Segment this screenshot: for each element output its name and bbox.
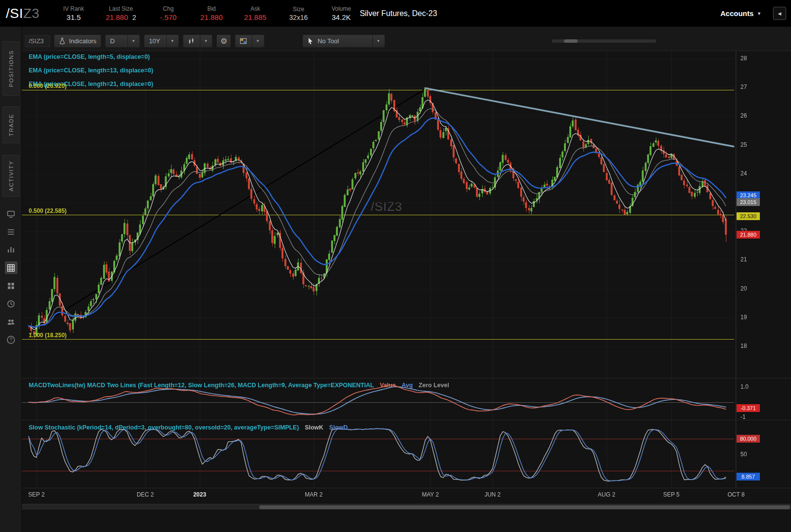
macd-study-label[interactable]: MACDTwoLines(tw) MACD Two Lines (Fast Le… bbox=[29, 382, 449, 389]
chart-settings-button[interactable]: ⚙ bbox=[216, 34, 231, 48]
stochastic-study-label[interactable]: Slow Stochastic (kPeriod=14, dPeriod=3, … bbox=[29, 424, 348, 431]
timeframe-dropdown[interactable]: D ▼ bbox=[105, 34, 140, 48]
chart-area: /SIZ3 EMA (price=CLOSE, length=5, displa… bbox=[22, 51, 791, 532]
collapse-panel-button[interactable]: ◀ bbox=[773, 7, 786, 20]
stat-last-size: Last Size 21.8802 bbox=[105, 5, 136, 21]
panel-divider bbox=[22, 420, 791, 420]
watchlist-icon[interactable] bbox=[5, 225, 18, 238]
price-tick-label: 26 bbox=[740, 112, 747, 119]
stoch-value-badge: 80.000 bbox=[737, 435, 760, 443]
chart-type-dropdown[interactable]: ▼ bbox=[183, 34, 212, 48]
flask-icon bbox=[59, 37, 66, 45]
bar-chart-icon[interactable] bbox=[5, 243, 18, 256]
indicators-button[interactable]: Indicators bbox=[54, 34, 101, 48]
stat-iv-rank: IV Rank 31.5 bbox=[63, 5, 84, 21]
charts-icon[interactable] bbox=[5, 261, 18, 274]
symbol-input[interactable]: /SIZ3 bbox=[25, 35, 50, 47]
chevron-down-icon: ▼ bbox=[252, 35, 260, 47]
price-badge: 21.880 bbox=[737, 231, 760, 239]
horizontal-scrollbar[interactable] bbox=[22, 504, 791, 510]
price-badge: 23.015 bbox=[737, 198, 760, 206]
price-tick-label: 27 bbox=[740, 84, 747, 90]
stat-ask: Ask 21.885 bbox=[244, 5, 266, 21]
time-axis-label: MAY 2 bbox=[422, 491, 439, 498]
study-label-ema13[interactable]: EMA (price=CLOSE, length=13, displace=0) bbox=[29, 67, 153, 74]
price-tick-label: 21 bbox=[740, 256, 747, 263]
chart-mini-scrollbar[interactable] bbox=[552, 39, 656, 43]
stoch-axis-label: 50 bbox=[740, 451, 747, 458]
time-axis-label: SEP 5 bbox=[663, 491, 680, 498]
gear-icon: ⚙ bbox=[220, 36, 227, 46]
time-axis: SEP 2DEC 22023MAR 2MAY 2JUN 2AUG 2SEP 5O… bbox=[22, 488, 791, 503]
chevron-down-icon: ▼ bbox=[127, 35, 135, 47]
time-axis-label: SEP 2 bbox=[28, 491, 45, 498]
price-tick-label: 19 bbox=[740, 314, 747, 321]
fib-level-label: 1.000 (18.250) bbox=[29, 332, 67, 339]
stoch-value-badge: 8.857 bbox=[737, 473, 760, 481]
sidebar-tab-trade[interactable]: TRADE bbox=[2, 106, 19, 143]
quote-header: /SIZ3 IV Rank 31.5 Last Size 21.8802 Chg… bbox=[0, 0, 791, 27]
time-axis-label: DEC 2 bbox=[137, 491, 154, 498]
chevron-left-icon: ◀ bbox=[778, 11, 781, 16]
time-axis-label: OCT 8 bbox=[728, 491, 745, 498]
sidebar-tab-positions[interactable]: POSITIONS bbox=[2, 41, 19, 96]
accounts-dropdown[interactable]: Accounts ▼ bbox=[721, 9, 761, 17]
macd-axis-label: -1 bbox=[740, 413, 746, 420]
price-axis-divider bbox=[736, 51, 736, 488]
sidebar-icon-rail: ? bbox=[0, 207, 22, 346]
layout-grid-icon bbox=[240, 37, 247, 45]
time-axis-label: MAR 2 bbox=[305, 491, 323, 498]
chevron-down-icon: ▼ bbox=[166, 35, 174, 47]
study-label-ema5[interactable]: EMA (price=CLOSE, length=5, displace=0) bbox=[29, 53, 150, 60]
price-tick-label: 25 bbox=[740, 141, 747, 148]
scrollbar-thumb[interactable] bbox=[259, 505, 790, 509]
left-sidebar: POSITIONS TRADE ACTIVITY bbox=[0, 27, 22, 532]
symbol-main: /SI bbox=[6, 6, 23, 21]
price-tick-label: 18 bbox=[740, 343, 747, 349]
symbol-suffix: Z3 bbox=[23, 6, 40, 21]
fib-level-label: 0.500 (22.585) bbox=[29, 207, 67, 214]
stat-chg: Chg -.570 bbox=[158, 5, 179, 21]
panel-divider bbox=[22, 378, 791, 378]
last-size-qty: 2 bbox=[132, 14, 136, 21]
fib-level-label: 0.000 (26.920) bbox=[29, 83, 67, 89]
last-price: 21.880 bbox=[105, 13, 128, 21]
time-axis-label: 2023 bbox=[193, 491, 206, 498]
candlestick-icon bbox=[188, 37, 195, 45]
price-tick-label: 24 bbox=[740, 170, 747, 177]
time-axis-label: JUN 2 bbox=[484, 491, 500, 498]
help-icon[interactable]: ? bbox=[5, 333, 18, 346]
mini-scrollbar-thumb[interactable] bbox=[564, 39, 578, 43]
range-dropdown[interactable]: 10Y ▼ bbox=[144, 34, 179, 48]
community-icon[interactable] bbox=[5, 315, 18, 328]
chart-toolbar: /SIZ3 Indicators D ▼ 10Y ▼ ▼ ⚙ ▼ bbox=[25, 32, 560, 50]
quote-stats: IV Rank 31.5 Last Size 21.8802 Chg -.570… bbox=[63, 5, 352, 21]
chart-panel: /SIZ3 Indicators D ▼ 10Y ▼ ▼ ⚙ ▼ bbox=[22, 27, 791, 532]
price-badge: 22.530 bbox=[737, 212, 760, 220]
time-axis-label: AUG 2 bbox=[598, 491, 615, 498]
symbol-logo: /SIZ3 bbox=[6, 6, 39, 21]
price-tick-label: 20 bbox=[740, 285, 747, 292]
monitor-icon[interactable] bbox=[5, 207, 18, 220]
history-clock-icon[interactable] bbox=[5, 297, 18, 310]
macd-value-badge: -0.371 bbox=[737, 404, 760, 412]
stat-volume: Volume 34.2K bbox=[331, 5, 352, 21]
main-price-chart-canvas[interactable] bbox=[22, 51, 791, 378]
svg-text:?: ? bbox=[10, 337, 13, 343]
macd-axis-label: 1.0 bbox=[740, 383, 749, 390]
stat-bid: Bid 21.880 bbox=[200, 5, 223, 21]
contract-description: Silver Futures, Dec-23 bbox=[360, 9, 437, 18]
chevron-down-icon: ▼ bbox=[372, 35, 380, 47]
layout-dropdown[interactable]: ▼ bbox=[235, 34, 264, 48]
cursor-icon bbox=[307, 37, 314, 45]
sidebar-tab-activity[interactable]: ACTIVITY bbox=[2, 155, 19, 197]
app-window: /SIZ3 IV Rank 31.5 Last Size 21.8802 Chg… bbox=[0, 0, 791, 532]
chevron-down-icon: ▼ bbox=[757, 11, 761, 16]
stat-size: Size 32x16 bbox=[288, 6, 309, 21]
chevron-down-icon: ▼ bbox=[200, 35, 208, 47]
grid-icon[interactable] bbox=[5, 279, 18, 292]
drawing-tool-dropdown[interactable]: No Tool ▼ bbox=[302, 34, 385, 48]
price-tick-label: 28 bbox=[740, 55, 747, 62]
